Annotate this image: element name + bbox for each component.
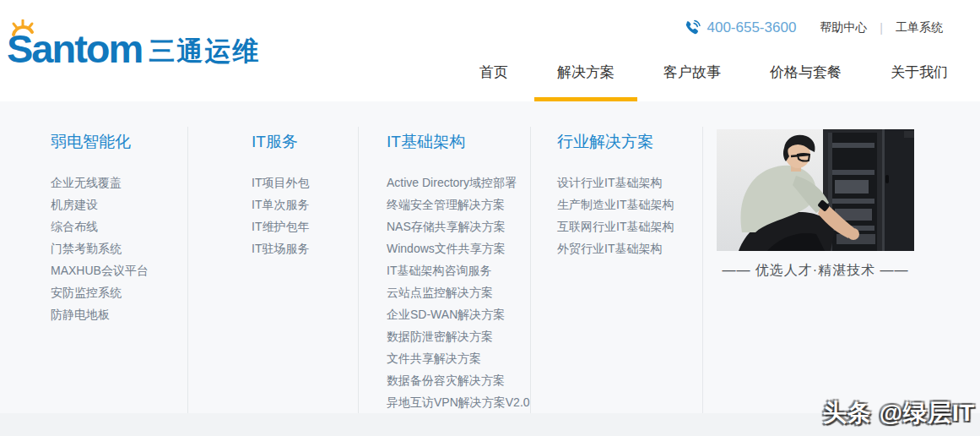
menu-item[interactable]: 企业无线覆盖 (51, 172, 149, 193)
column-title[interactable]: IT基础架构 (387, 132, 530, 152)
menu-item[interactable]: IT单次服务 (252, 193, 309, 215)
menu-item[interactable]: 机房建设 (51, 193, 149, 215)
menu-item[interactable]: Active Directory域控部署 (387, 172, 530, 193)
site-logo[interactable]: Santom 三通运维 (7, 22, 260, 69)
menu-item[interactable]: 文件共享解决方案 (387, 347, 530, 369)
site-header: Santom 三通运维 400-655-3600 帮助中心 | 工单系统 首页 … (0, 0, 980, 101)
menu-item[interactable]: 数据防泄密解决方案 (387, 325, 530, 347)
menu-item[interactable]: 门禁考勤系统 (51, 237, 149, 259)
promo-image (717, 129, 914, 251)
toutiao-watermark: 头条 @绿层IT (823, 397, 975, 429)
menu-item[interactable]: IT项目外包 (252, 172, 309, 193)
nav-tab-label: 首页 (479, 64, 508, 80)
logo-chinese-text: 三通运维 (149, 37, 260, 66)
menu-item[interactable]: 安防监控系统 (51, 281, 149, 303)
menu-item[interactable]: 设计行业IT基础架构 (557, 172, 674, 193)
menu-item[interactable]: 防静电地板 (51, 303, 149, 325)
menu-item[interactable]: MAXHUB会议平台 (51, 259, 149, 281)
menu-column-low-voltage: 弱电智能化 企业无线覆盖 机房建设 综合布线 门禁考勤系统 MAXHUB会议平台… (51, 132, 149, 325)
menu-item[interactable]: 企业SD-WAN解决方案 (387, 303, 530, 325)
menu-item[interactable]: IT基础架构咨询服务 (387, 259, 530, 281)
nav-tab-label: 关于我们 (891, 64, 948, 80)
menu-item[interactable]: 互联网行业IT基础架构 (557, 215, 674, 237)
promo-caption: —— 优选人才·精湛技术 —— (717, 262, 914, 280)
nav-tab-pricing[interactable]: 价格与套餐 (770, 64, 842, 101)
nav-tab-label: 客户故事 (663, 64, 721, 80)
column-title[interactable]: 行业解决方案 (557, 132, 674, 152)
nav-tab-solutions[interactable]: 解决方案 (557, 64, 615, 101)
sunburst-icon (10, 19, 35, 41)
mega-menu-panel: 弱电智能化 企业无线覆盖 机房建设 综合布线 门禁考勤系统 MAXHUB会议平台… (0, 101, 980, 413)
menu-item[interactable]: 云站点监控解决方案 (387, 281, 530, 303)
menu-item[interactable]: 异地互访VPN解决方案V2.0 (387, 391, 530, 413)
menu-item[interactable]: NAS存储共享解决方案 (387, 215, 530, 237)
nav-tab-about[interactable]: 关于我们 (891, 64, 948, 101)
column-divider (358, 127, 359, 413)
menu-item[interactable]: IT驻场服务 (252, 237, 309, 259)
menu-item[interactable]: 终端安全管理解决方案 (387, 193, 530, 215)
menu-item[interactable]: Windows文件共享方案 (387, 237, 530, 259)
active-tab-indicator (534, 97, 637, 101)
menu-item[interactable]: 数据备份容灾解决方案 (387, 369, 530, 391)
menu-column-industry-solutions: 行业解决方案 设计行业IT基础架构 生产制造业IT基础架构 互联网行业IT基础架… (557, 132, 674, 259)
nav-tab-customer-stories[interactable]: 客户故事 (663, 64, 721, 101)
menu-item[interactable]: 外贸行业IT基础架构 (557, 237, 674, 259)
nav-tab-label: 价格与套餐 (770, 64, 842, 80)
main-nav: 首页 解决方案 客户故事 价格与套餐 关于我们 (479, 0, 948, 101)
column-divider (530, 127, 531, 413)
column-divider (702, 127, 703, 413)
menu-column-it-services: IT服务 IT项目外包 IT单次服务 IT维护包年 IT驻场服务 (252, 132, 309, 259)
menu-item[interactable]: 生产制造业IT基础架构 (557, 193, 674, 215)
nav-tab-label: 解决方案 (557, 64, 615, 80)
menu-item[interactable]: IT维护包年 (252, 215, 309, 237)
column-divider (187, 127, 188, 413)
menu-item[interactable]: 综合布线 (51, 215, 149, 237)
nav-tab-home[interactable]: 首页 (479, 64, 508, 101)
column-title[interactable]: IT服务 (252, 132, 309, 152)
column-title[interactable]: 弱电智能化 (51, 132, 149, 152)
menu-column-it-infrastructure: IT基础架构 Active Directory域控部署 终端安全管理解决方案 N… (387, 132, 530, 413)
